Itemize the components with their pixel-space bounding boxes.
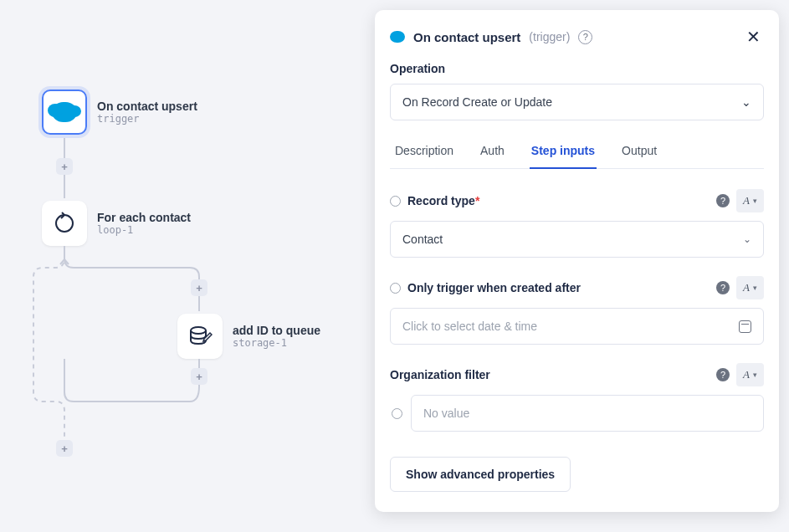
- radio-icon[interactable]: [392, 408, 402, 419]
- flow-node-trigger[interactable]: On contact upsert trigger: [42, 90, 197, 135]
- record-type-value: Contact: [402, 233, 443, 246]
- branch-connector: [33, 246, 208, 321]
- svg-point-0: [56, 215, 73, 232]
- connector: +: [56, 138, 73, 198]
- org-filter-input[interactable]: No value: [411, 395, 764, 432]
- database-edit-icon: [187, 324, 213, 349]
- add-step-button[interactable]: +: [56, 158, 73, 175]
- panel-header: On contact upsert (trigger) ? ✕: [375, 10, 779, 62]
- help-icon[interactable]: ?: [716, 368, 730, 381]
- flow-node-loop[interactable]: For each contact loop-1: [42, 201, 191, 246]
- radio-icon[interactable]: [390, 283, 401, 294]
- node-labels: For each contact loop-1: [97, 211, 191, 236]
- help-icon[interactable]: ?: [716, 194, 730, 207]
- tab-description[interactable]: Description: [393, 136, 455, 169]
- node-subtitle: trigger: [97, 113, 197, 125]
- chevron-down-icon: ⌄: [743, 233, 751, 245]
- radio-icon[interactable]: [390, 196, 401, 207]
- show-advanced-button[interactable]: Show advanced properties: [390, 457, 571, 492]
- field-record-type: Record type* ? A▾ Contact ⌄: [390, 189, 764, 258]
- node-subtitle: storage-1: [233, 337, 320, 349]
- node-icon-box: [42, 90, 87, 135]
- node-icon-box: [42, 201, 87, 246]
- field-label: Only trigger when created after: [407, 281, 710, 294]
- node-title: add ID to queue: [233, 324, 320, 337]
- close-icon[interactable]: ✕: [743, 23, 764, 50]
- add-step-button[interactable]: +: [191, 279, 207, 296]
- add-step-button[interactable]: +: [56, 440, 73, 457]
- salesforce-icon: [390, 31, 405, 43]
- datetime-placeholder: Click to select date & time: [402, 320, 537, 333]
- help-icon[interactable]: ?: [578, 30, 592, 44]
- add-step-button[interactable]: +: [191, 368, 207, 385]
- type-selector[interactable]: A▾: [736, 276, 764, 299]
- node-icon-box: [177, 314, 223, 359]
- step-config-panel: On contact upsert (trigger) ? ✕ Operatio…: [375, 10, 779, 512]
- operation-label: Operation: [390, 62, 764, 75]
- panel-title: On contact upsert: [413, 30, 520, 44]
- salesforce-icon: [52, 102, 77, 122]
- tab-auth[interactable]: Auth: [479, 136, 506, 169]
- field-org-filter: Organization filter ? A▾ No value: [390, 363, 764, 432]
- help-icon[interactable]: ?: [716, 281, 730, 294]
- tab-step-inputs[interactable]: Step inputs: [530, 136, 597, 169]
- panel-tabs: Description Auth Step inputs Output: [390, 136, 764, 169]
- type-selector[interactable]: A▾: [736, 189, 764, 212]
- panel-tag: (trigger): [529, 30, 570, 43]
- datetime-input[interactable]: Click to select date & time: [390, 308, 764, 345]
- chevron-down-icon: ⌄: [741, 95, 751, 109]
- type-selector[interactable]: A▾: [736, 363, 764, 386]
- svg-point-1: [191, 327, 206, 334]
- node-labels: add ID to queue storage-1: [233, 324, 320, 349]
- field-label: Organization filter: [390, 368, 710, 381]
- field-label: Record type*: [407, 194, 710, 207]
- calendar-icon: [739, 320, 751, 333]
- flow-node-storage[interactable]: add ID to queue storage-1: [177, 314, 320, 359]
- loop-icon: [53, 212, 76, 235]
- node-title: On contact upsert: [97, 100, 197, 113]
- node-title: For each contact: [97, 211, 191, 224]
- field-trigger-after: Only trigger when created after ? A▾ Cli…: [390, 276, 764, 345]
- operation-select[interactable]: On Record Create or Update ⌄: [390, 84, 764, 120]
- node-labels: On contact upsert trigger: [97, 100, 197, 125]
- record-type-select[interactable]: Contact ⌄: [390, 221, 764, 258]
- tab-output[interactable]: Output: [620, 136, 658, 169]
- operation-value: On Record Create or Update: [402, 95, 552, 109]
- org-filter-placeholder: No value: [423, 407, 469, 420]
- node-subtitle: loop-1: [97, 224, 191, 236]
